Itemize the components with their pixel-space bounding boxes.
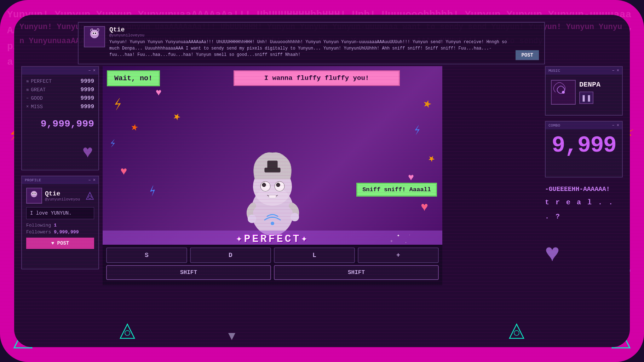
perfect-value: 9999: [81, 78, 94, 84]
svg-point-10: [95, 33, 96, 34]
combo-minimize[interactable]: –: [612, 123, 615, 128]
sparkle-1: ✦: [397, 232, 400, 238]
score-row-good: – GOOD 9999: [26, 95, 94, 101]
following-value: 1: [54, 223, 57, 228]
key-plus-button[interactable]: +: [358, 247, 439, 263]
message-avatar: [84, 26, 105, 47]
game-heart-r2: ♥: [421, 200, 428, 215]
score-panel-titlebar: – ×: [22, 67, 98, 75]
right-text-line1: -GUEEEEHH-AAAAAA!: [545, 183, 623, 195]
right-heart-deco: ♥: [545, 231, 623, 278]
key-d-button[interactable]: D: [190, 247, 271, 263]
svg-point-15: [33, 193, 34, 194]
great-label: ≋ GREAT: [26, 87, 46, 93]
game-star-r1: ★: [421, 94, 434, 113]
profile-stats: Following 1 Followers 9,999,999: [22, 223, 98, 235]
bottom-right-triangle: [508, 322, 525, 342]
music-panel-title: MUSIC: [548, 69, 560, 73]
right-scroll-panel: -GUEEEEHH-AAAAAA! t r e a l . . . ? ♥: [545, 183, 623, 306]
wifi-icon: ≋: [26, 79, 29, 84]
triangle-eye-icon: [86, 192, 94, 200]
profile-handle: @yunyuniloveyou: [45, 197, 80, 202]
music-close[interactable]: ×: [617, 68, 619, 73]
score-heart-deco: ♥: [82, 142, 93, 163]
svg-point-27: [248, 215, 256, 223]
total-score: 9,999,999: [22, 116, 98, 132]
good-icon: –: [26, 96, 29, 101]
message-handle: @yunyuniloveyou: [109, 33, 511, 37]
key-shift2-button[interactable]: SHIFT: [274, 265, 439, 280]
svg-marker-34: [510, 324, 524, 338]
music-info: DENPA ❚❚: [579, 81, 617, 104]
combo-panel-title: COMBO: [548, 123, 560, 128]
following-stat: Following 1: [26, 223, 94, 228]
music-pause-button[interactable]: ❚❚: [579, 92, 593, 104]
svg-rect-25: [268, 161, 277, 169]
profile-panel-title: PROFILE: [25, 178, 41, 182]
miss-icon: ×: [26, 104, 29, 109]
followers-stat: Followers 9,999,999: [26, 229, 94, 235]
profile-icons: [86, 192, 94, 200]
message-post-button[interactable]: POST: [516, 50, 539, 60]
game-heart-2: ♥: [120, 165, 127, 178]
right-text-line2: t r e a l . . . ?: [545, 195, 623, 224]
following-label: Following: [26, 223, 51, 228]
screen-inner: Yunyun! Yunyun Yunyun Yunyun uaaAAAAaAa!…: [14, 15, 630, 347]
key-shift1-button[interactable]: SHIFT: [106, 265, 271, 280]
music-panel-titlebar: MUSIC – ×: [546, 67, 622, 75]
score-close[interactable]: ×: [93, 68, 96, 73]
game-lightning-1: ⚡: [110, 93, 126, 115]
music-panel: MUSIC – × DENPA: [545, 66, 623, 116]
dialog-wait: Wait, no!: [107, 70, 160, 86]
svg-marker-32: [120, 324, 134, 338]
music-thumbnail: [551, 80, 576, 105]
perfect-text: ✦PERFECT✦: [236, 232, 309, 245]
followers-value: 9,999,999: [54, 229, 79, 235]
profile-close[interactable]: ×: [93, 178, 96, 183]
game-heart-1: ♥: [156, 87, 162, 98]
bottom-arrow: [226, 331, 237, 344]
svg-point-28: [291, 213, 299, 221]
game-heart-r1: ♥: [408, 172, 414, 183]
dialog-sniff: Sniff sniff! Aaaall: [356, 183, 437, 197]
keys-row-2: SHIFT SHIFT: [106, 265, 439, 280]
score-panel: – × ≋ PERFECT 9999 ≋ GREAT 9: [21, 66, 99, 170]
great-icon: ≋: [26, 87, 29, 93]
game-lightning-r1: ⚡: [411, 122, 424, 139]
bottom-left-triangle: [119, 322, 136, 342]
profile-minimize[interactable]: –: [88, 178, 91, 183]
key-s-button[interactable]: S: [106, 247, 187, 263]
music-minimize[interactable]: –: [612, 68, 615, 73]
message-panel: Qtie @yunyuniloveyou Yunyun! Yunyun Yuny…: [78, 22, 545, 64]
combo-panel-controls[interactable]: – ×: [612, 123, 619, 128]
music-panel-controls[interactable]: – ×: [612, 68, 619, 73]
svg-point-12: [31, 191, 37, 197]
score-minimize[interactable]: –: [88, 68, 91, 73]
followers-label: Followers: [26, 229, 51, 235]
profile-name: Qtie: [45, 190, 80, 197]
combo-panel-titlebar: COMBO – ×: [546, 122, 622, 129]
score-row-miss: × MISS 9999: [26, 104, 94, 110]
game-star-r2: ★: [425, 150, 438, 166]
profile-post-button[interactable]: ♥ POST: [26, 238, 94, 249]
profile-panel-titlebar: PROFILE – ×: [22, 176, 98, 184]
score-panel-controls[interactable]: – ×: [88, 68, 96, 73]
perfect-label: ≋ PERFECT: [26, 78, 52, 84]
svg-point-30: [562, 91, 565, 94]
message-name: Qtie: [109, 26, 511, 33]
keys-row-1: S D L +: [106, 247, 439, 263]
character: [234, 140, 311, 245]
profile-bio: I love YUNYUN.: [26, 207, 94, 219]
combo-value: 9,999: [546, 129, 622, 162]
combo-close[interactable]: ×: [617, 123, 619, 128]
good-value: 9999: [81, 95, 94, 101]
message-text: Yunyun! Yunyun Yunyun YunyunuaaAAAAaAa!!…: [109, 39, 511, 58]
svg-point-35: [514, 331, 519, 335]
profile-panel-controls[interactable]: – ×: [88, 178, 96, 183]
profile-avatar: [26, 188, 42, 204]
key-l-button[interactable]: L: [274, 247, 355, 263]
music-content: DENPA ❚❚: [546, 75, 622, 110]
main-game-area: ⚡ ★ ⚡ ♥ ★ ♥ ⚡ ★ ⚡ ★ ♥ ♥ Wait, no! I wann…: [103, 66, 442, 285]
message-content: Qtie @yunyuniloveyou Yunyun! Yunyun Yuny…: [109, 26, 511, 60]
combo-panel: COMBO – × 9,999: [545, 121, 623, 177]
